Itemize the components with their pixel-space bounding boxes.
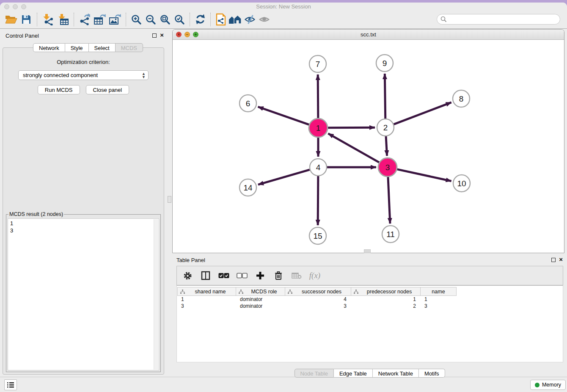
- zoom-in-icon[interactable]: [129, 12, 143, 27]
- tab-mcds[interactable]: MCDS: [116, 43, 143, 52]
- import-table-icon[interactable]: [55, 12, 71, 27]
- vertical-splitter-handle[interactable]: [168, 196, 171, 203]
- table-settings-icon[interactable]: [182, 270, 193, 281]
- edge-3-1[interactable]: [328, 133, 379, 162]
- graph-node-2[interactable]: 2: [377, 119, 394, 136]
- zoom-selected-icon[interactable]: [172, 12, 187, 27]
- graph-node-8[interactable]: 8: [453, 90, 470, 107]
- edge-4-14[interactable]: [258, 170, 310, 185]
- network-graph[interactable]: 7968124314101511: [173, 40, 564, 253]
- table-cell[interactable]: 1: [177, 296, 236, 302]
- edge-1-7[interactable]: [318, 75, 318, 118]
- table-panel-title: Table Panel: [176, 257, 205, 263]
- column-header-shared-name[interactable]: shared name: [177, 287, 236, 296]
- export-network-icon[interactable]: [77, 12, 92, 27]
- refresh-layout-icon[interactable]: [193, 12, 207, 27]
- edge-4-15[interactable]: [318, 176, 318, 225]
- new-network-from-selection-icon[interactable]: [214, 12, 228, 27]
- hide-graphics-details-icon[interactable]: [242, 12, 257, 27]
- table-cell[interactable]: 4: [285, 296, 351, 302]
- graph-node-15[interactable]: 15: [309, 227, 326, 244]
- search-field[interactable]: [437, 14, 560, 25]
- column-header-predecessor-nodes[interactable]: predecessor nodes: [351, 287, 421, 296]
- table-cell[interactable]: 2: [351, 303, 420, 309]
- mcds-result-line: 1: [10, 220, 157, 227]
- import-network-icon[interactable]: [40, 12, 55, 27]
- memory-button[interactable]: Memory: [530, 380, 566, 390]
- save-session-icon[interactable]: [19, 12, 34, 27]
- tab-network-table[interactable]: Network Table: [373, 369, 419, 378]
- graph-node-9[interactable]: 9: [376, 55, 393, 72]
- export-table-icon[interactable]: [92, 12, 107, 27]
- delete-column-icon[interactable]: [273, 270, 284, 281]
- tab-select[interactable]: Select: [89, 43, 116, 52]
- edge-2-3[interactable]: [386, 136, 387, 156]
- run-mcds-button[interactable]: Run MCDS: [38, 85, 80, 94]
- float-table-panel-icon[interactable]: [551, 258, 556, 262]
- select-all-icon[interactable]: [218, 270, 229, 281]
- network-canvas[interactable]: 7968124314101511: [173, 40, 564, 253]
- column-header-MCDS-role[interactable]: MCDS role: [236, 287, 285, 296]
- table-row[interactable]: 1dominator411: [177, 296, 563, 303]
- table-cell[interactable]: dominator: [236, 303, 285, 309]
- tab-network[interactable]: Network: [33, 43, 65, 52]
- main-toolbar: [0, 10, 567, 29]
- svg-text:10: 10: [457, 179, 466, 188]
- svg-text:9: 9: [383, 59, 387, 68]
- svg-text:8: 8: [459, 94, 464, 103]
- table-tabs: Node TableEdge TableNetwork TableMotifs: [294, 369, 445, 378]
- toolbar-separator: [210, 13, 211, 26]
- network-view-window: × − + scc.txt 7968124314101511: [172, 29, 564, 253]
- table-toolbar: f(x): [176, 266, 563, 285]
- graph-node-3[interactable]: 3: [378, 158, 397, 177]
- zoom-out-icon[interactable]: [143, 12, 158, 27]
- toggle-columns-icon[interactable]: [200, 270, 211, 281]
- float-panel-icon[interactable]: [152, 33, 157, 38]
- task-history-button[interactable]: [4, 379, 17, 390]
- table-cell[interactable]: 1: [351, 296, 420, 302]
- search-input[interactable]: [449, 16, 556, 23]
- column-header-successor-nodes[interactable]: successor nodes: [285, 287, 351, 296]
- criterion-select[interactable]: strongly connected component ▲▼: [18, 70, 149, 80]
- close-table-panel-icon[interactable]: ×: [559, 256, 563, 263]
- tab-motifs[interactable]: Motifs: [419, 369, 445, 378]
- mcds-result-line: 3: [10, 227, 157, 234]
- graph-node-4[interactable]: 4: [310, 159, 327, 176]
- open-file-icon[interactable]: [3, 12, 19, 27]
- table-cell[interactable]: 3: [420, 303, 456, 309]
- export-image-icon[interactable]: [107, 12, 123, 27]
- edge-3-11[interactable]: [388, 177, 390, 224]
- table-row[interactable]: 3dominator323: [177, 303, 563, 309]
- table-cell[interactable]: 3: [285, 303, 351, 309]
- scrollbar[interactable]: [154, 219, 158, 370]
- zoom-fit-icon[interactable]: [158, 12, 172, 27]
- graph-node-7[interactable]: 7: [309, 55, 326, 72]
- graph-node-6[interactable]: 6: [239, 95, 256, 112]
- horizontal-splitter-handle[interactable]: [364, 249, 371, 253]
- close-panel-button[interactable]: Close panel: [86, 85, 129, 94]
- toolbar-separator: [37, 13, 37, 26]
- table-cell[interactable]: dominator: [236, 296, 285, 302]
- tab-style[interactable]: Style: [65, 43, 89, 52]
- deselect-all-icon[interactable]: [237, 270, 248, 281]
- first-neighbors-icon[interactable]: [228, 12, 242, 27]
- network-window-titlebar[interactable]: × − + scc.txt: [173, 30, 564, 40]
- edge-1-2[interactable]: [328, 127, 375, 128]
- edge-2-8[interactable]: [394, 102, 451, 124]
- table-cell[interactable]: 1: [420, 296, 456, 302]
- tab-edge-table[interactable]: Edge Table: [334, 369, 373, 378]
- svg-text:4: 4: [316, 163, 321, 172]
- edge-3-10[interactable]: [397, 169, 451, 181]
- show-graphics-details-icon[interactable]: [257, 12, 271, 27]
- edge-1-6[interactable]: [258, 107, 309, 124]
- tab-node-table[interactable]: Node Table: [294, 369, 334, 378]
- graph-node-11[interactable]: 11: [382, 226, 399, 243]
- graph-node-10[interactable]: 10: [453, 175, 470, 192]
- graph-node-14[interactable]: 14: [239, 179, 256, 196]
- edge-2-9[interactable]: [385, 74, 385, 119]
- table-cell[interactable]: 3: [177, 303, 236, 309]
- add-column-icon[interactable]: [255, 270, 266, 281]
- close-panel-icon[interactable]: ×: [160, 31, 164, 39]
- column-header-name[interactable]: name: [421, 287, 457, 296]
- graph-node-1[interactable]: 1: [309, 119, 328, 137]
